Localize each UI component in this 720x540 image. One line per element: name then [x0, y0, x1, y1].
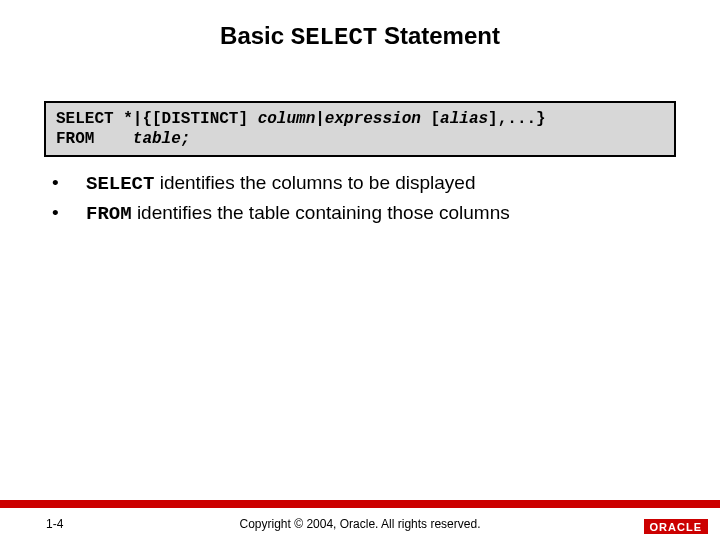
footer-row: 1-4 Copyright © 2004, Oracle. All rights… — [0, 508, 720, 540]
syntax-l1-p2: | — [315, 110, 325, 128]
title-mono: SELECT — [291, 24, 377, 51]
oracle-logo: ORACLE — [644, 519, 708, 534]
syntax-l1-p1: SELECT *|{[DISTINCT] — [56, 110, 258, 128]
syntax-l1-p3: [ — [421, 110, 440, 128]
syntax-l1-p4: ],...} — [488, 110, 546, 128]
bullet-text: FROM identifies the table containing tho… — [86, 201, 676, 227]
bullet-list: • SELECT identifies the columns to be di… — [44, 171, 676, 230]
list-item: • SELECT identifies the columns to be di… — [44, 171, 676, 197]
bullet-icon: • — [44, 171, 86, 196]
slide-title: Basic SELECT Statement — [0, 22, 720, 51]
footer: 1-4 Copyright © 2004, Oracle. All rights… — [0, 500, 720, 540]
bullet-rest: identifies the table containing those co… — [132, 202, 510, 223]
bullet-text: SELECT identifies the columns to be disp… — [86, 171, 676, 197]
syntax-l2-p1: FROM — [56, 130, 133, 148]
syntax-l1-i2: expression — [325, 110, 421, 128]
bullet-mono: FROM — [86, 203, 132, 225]
syntax-l1-i1: column — [258, 110, 316, 128]
slide: Basic SELECT Statement SELECT *|{[DISTIN… — [0, 0, 720, 540]
footer-bar — [0, 500, 720, 508]
bullet-rest: identifies the columns to be displayed — [154, 172, 475, 193]
title-pre: Basic — [220, 22, 291, 49]
list-item: • FROM identifies the table containing t… — [44, 201, 676, 227]
copyright-text: Copyright © 2004, Oracle. All rights res… — [240, 517, 481, 531]
syntax-l1-i3: alias — [440, 110, 488, 128]
syntax-l2-i1: table; — [133, 130, 191, 148]
bullet-icon: • — [44, 201, 86, 226]
page-number: 1-4 — [46, 517, 63, 531]
title-post: Statement — [377, 22, 500, 49]
oracle-logo-text: ORACLE — [644, 519, 708, 534]
bullet-mono: SELECT — [86, 173, 154, 195]
syntax-box: SELECT *|{[DISTINCT] column|expression [… — [44, 101, 676, 157]
